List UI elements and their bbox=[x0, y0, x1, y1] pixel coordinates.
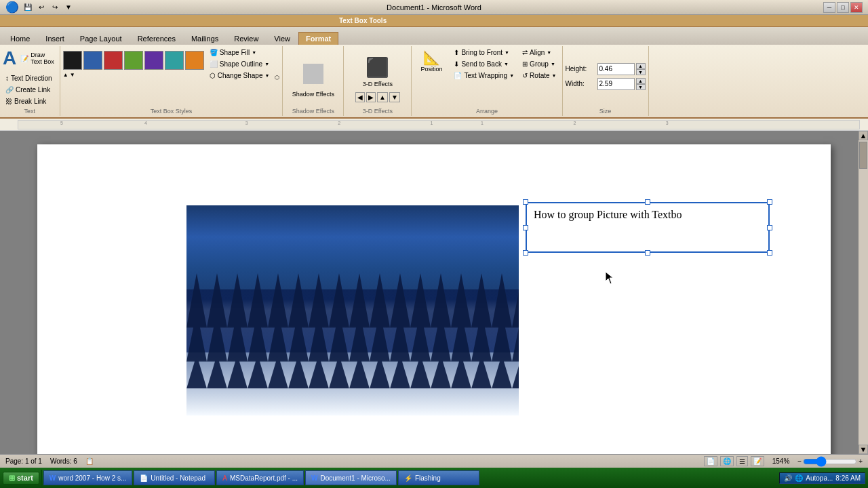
tab-insert[interactable]: Insert bbox=[38, 32, 72, 45]
bring-to-front-btn[interactable]: ⬆ Bring to Front ▼ bbox=[451, 47, 517, 58]
align-btn[interactable]: ⇌ Align ▼ bbox=[519, 47, 559, 58]
position-icon: 📐 bbox=[423, 49, 440, 66]
v-scroll-down[interactable]: ▼ bbox=[859, 445, 868, 454]
swatch-teal[interactable] bbox=[165, 51, 184, 70]
taskbar-pdf[interactable]: A MSDataReport.pdf - ... bbox=[216, 470, 304, 485]
v-scroll-track bbox=[859, 140, 868, 445]
shadow-group-content: Shadow Effects bbox=[289, 47, 338, 106]
handle-top-right[interactable] bbox=[767, 199, 772, 205]
tab-references[interactable]: References bbox=[130, 32, 183, 45]
zoom-out-btn[interactable]: − bbox=[797, 458, 802, 465]
print-view-btn[interactable]: 📄 bbox=[704, 456, 717, 466]
textbox-container[interactable]: How to group Picture with Textbo bbox=[526, 202, 770, 253]
close-btn[interactable]: ✕ bbox=[850, 2, 863, 13]
tab-mailings[interactable]: Mailings bbox=[184, 32, 226, 45]
handle-bot-left[interactable] bbox=[523, 250, 528, 256]
tab-page-layout[interactable]: Page Layout bbox=[73, 32, 130, 45]
redo-btn[interactable]: ↪ bbox=[49, 1, 61, 14]
height-label: Height: bbox=[566, 65, 596, 73]
draft-view-btn[interactable]: 📝 bbox=[751, 456, 764, 466]
change-shape-btn[interactable]: ⬡ Change Shape ▼ bbox=[207, 70, 273, 81]
mouse-cursor bbox=[606, 272, 614, 280]
swatch-black[interactable] bbox=[63, 51, 82, 70]
height-down-btn[interactable]: ▼ bbox=[636, 69, 646, 75]
undo-btn[interactable]: ↩ bbox=[35, 1, 47, 14]
start-button[interactable]: ⊞ start bbox=[3, 472, 39, 485]
height-up-btn[interactable]: ▲ bbox=[636, 63, 646, 69]
styles-expand-btn[interactable]: ⬡ bbox=[275, 75, 279, 81]
text-direction-icon: ↕ bbox=[5, 75, 9, 82]
scroll-down-icon[interactable]: ▼ bbox=[70, 72, 75, 78]
web-view-btn[interactable]: 🌐 bbox=[720, 456, 734, 466]
text-wrapping-btn[interactable]: 📄 Text Wrapping ▼ bbox=[451, 70, 517, 81]
styles-group-content: ▲ ▼ 🪣 Shape Fill ▼ ⬜ Shape Out bbox=[63, 47, 280, 106]
shape-fill-btn[interactable]: 🪣 Shape Fill ▼ bbox=[207, 47, 273, 58]
group-btn[interactable]: ⊞ Group ▼ bbox=[519, 59, 559, 69]
text-direction-btn[interactable]: ↕ Text Direction bbox=[3, 73, 57, 83]
tab-view[interactable]: View bbox=[267, 32, 298, 45]
arrange-col3: ⇌ Align ▼ ⊞ Group ▼ ↺ Rotate ▼ bbox=[519, 47, 559, 81]
break-link-btn[interactable]: ⛓ Break Link bbox=[3, 96, 57, 106]
tab-review[interactable]: Review bbox=[226, 32, 266, 45]
color-swatches: ▲ ▼ bbox=[63, 51, 204, 78]
tilt-up-btn[interactable]: ▲ bbox=[377, 92, 388, 102]
swatch-green[interactable] bbox=[124, 51, 143, 70]
position-btn[interactable]: 📐 Position bbox=[414, 47, 448, 75]
width-up-btn[interactable]: ▲ bbox=[636, 78, 646, 84]
draw-icon: 📝 bbox=[20, 55, 28, 62]
three-d-effects-btn[interactable]: ⬛ 3-D Effects bbox=[357, 52, 398, 89]
width-down-btn[interactable]: ▼ bbox=[636, 84, 646, 90]
shape-fill-icon: 🪣 bbox=[210, 49, 218, 56]
custom-btn[interactable]: ▼ bbox=[62, 1, 75, 14]
shape-outline-arrow[interactable]: ▼ bbox=[264, 62, 269, 66]
arrange-group-content: 📐 Position ⬆ Bring to Front ▼ ⬇ Send to … bbox=[414, 47, 559, 106]
handle-mid-right[interactable] bbox=[767, 225, 772, 230]
tree-svg bbox=[186, 273, 519, 389]
taskbar-doc1[interactable]: W Document1 - Microso... bbox=[305, 470, 397, 485]
rotate-btn[interactable]: ↺ Rotate ▼ bbox=[519, 70, 559, 81]
shape-outline-btn[interactable]: ⬜ Shape Outline ▼ bbox=[207, 59, 273, 69]
handle-mid-left[interactable] bbox=[523, 225, 528, 230]
handle-top-left[interactable] bbox=[523, 199, 528, 205]
word-icon: W bbox=[50, 474, 56, 482]
handle-bot-right[interactable] bbox=[767, 250, 772, 256]
swatch-purple[interactable] bbox=[144, 51, 163, 70]
swatch-orange[interactable] bbox=[185, 51, 204, 70]
swatch-red[interactable] bbox=[104, 51, 123, 70]
taskbar-notepad[interactable]: 📄 Untitled - Notepad bbox=[134, 470, 215, 485]
handle-top-mid[interactable] bbox=[645, 199, 650, 205]
v-scroll-thumb[interactable] bbox=[859, 142, 867, 169]
swatch-blue[interactable] bbox=[83, 51, 102, 70]
tab-format[interactable]: Format bbox=[298, 32, 338, 45]
width-input[interactable] bbox=[597, 78, 635, 90]
shape-fill-arrow[interactable]: ▼ bbox=[252, 50, 256, 55]
height-input[interactable] bbox=[597, 63, 635, 75]
create-link-btn[interactable]: 🔗 Create Link bbox=[3, 85, 57, 95]
tilt-right-btn[interactable]: ▶ bbox=[366, 92, 376, 102]
textbox-text[interactable]: How to group Picture with Textbo bbox=[527, 203, 768, 226]
tab-home[interactable]: Home bbox=[3, 32, 37, 45]
zoom-in-btn[interactable]: + bbox=[859, 458, 863, 465]
zoom-range[interactable] bbox=[803, 459, 857, 464]
handle-bot-mid[interactable] bbox=[645, 250, 650, 256]
quick-access-toolbar: 💾 ↩ ↪ ▼ bbox=[22, 1, 75, 14]
tray-icon1: 🔊 bbox=[784, 474, 792, 482]
shadow-group: Shadow Effects Shadow Effects bbox=[283, 46, 344, 116]
v-scrollbar[interactable]: ▲ ▼ bbox=[859, 131, 868, 454]
send-to-back-btn[interactable]: ⬇ Send to Back ▼ bbox=[451, 59, 517, 69]
scroll-up-icon[interactable]: ▲ bbox=[63, 72, 68, 78]
shadow-effects-btn[interactable]: Shadow Effects bbox=[289, 55, 338, 100]
v-scroll-up[interactable]: ▲ bbox=[859, 131, 868, 140]
taskbar-flashing[interactable]: ⚡ Flashing bbox=[398, 470, 479, 485]
taskbar-word[interactable]: W word 2007 - How 2 s... bbox=[43, 470, 133, 485]
bring-front-icon: ⬆ bbox=[454, 49, 459, 56]
save-btn[interactable]: 💾 bbox=[22, 1, 34, 14]
draw-textbox-btn[interactable]: 📝 DrawText Box bbox=[18, 50, 57, 66]
restore-btn[interactable]: □ bbox=[837, 2, 849, 13]
tilt-left-btn[interactable]: ◀ bbox=[355, 92, 365, 102]
change-shape-arrow[interactable]: ▼ bbox=[264, 73, 269, 78]
tilt-down-btn[interactable]: ▼ bbox=[389, 92, 400, 102]
status-icon[interactable]: 📋 bbox=[85, 458, 94, 465]
minimize-btn[interactable]: ─ bbox=[823, 2, 835, 13]
outline-view-btn[interactable]: ☰ bbox=[736, 456, 748, 466]
